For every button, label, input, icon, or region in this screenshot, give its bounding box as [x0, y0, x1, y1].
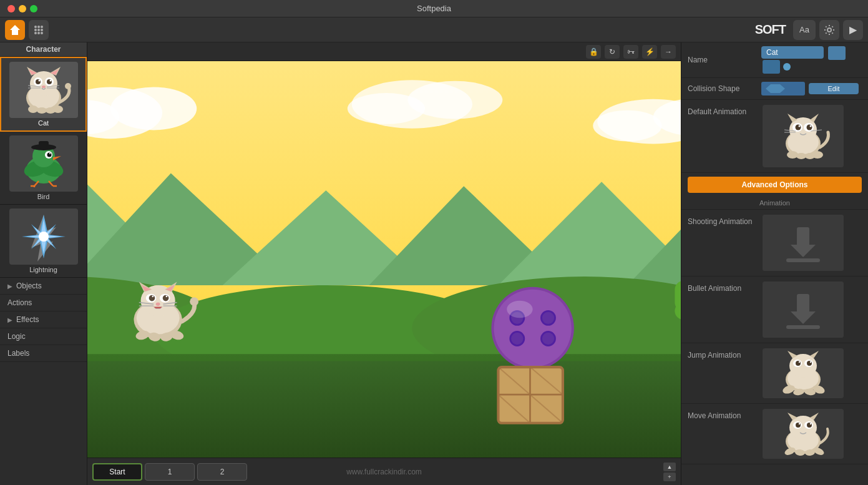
- left-sidebar: Character: [0, 42, 87, 485]
- window-controls: [7, 5, 37, 12]
- advanced-options-button[interactable]: Advanced Options: [688, 177, 862, 193]
- cat-thumbnail: [9, 62, 78, 118]
- svg-point-33: [65, 83, 71, 89]
- character-item-bird[interactable]: Bird: [0, 132, 87, 205]
- move-anim-cat: [763, 409, 844, 459]
- svg-point-87: [152, 295, 154, 297]
- svg-point-22: [38, 80, 40, 82]
- tab-2-label: 2: [220, 468, 225, 476]
- toolbar-right: SOFT Aa ▶: [755, 20, 863, 40]
- move-anim-thumb: [763, 409, 844, 459]
- svg-point-7: [34, 32, 37, 34]
- svg-point-1: [34, 26, 37, 28]
- sidebar-item-effects[interactable]: ▶ Effects: [0, 311, 87, 328]
- collision-label: Collision Shape: [688, 84, 756, 93]
- close-button[interactable]: [7, 5, 15, 12]
- lock-tool[interactable]: 🔒: [586, 45, 601, 59]
- tab-start[interactable]: Start: [92, 463, 142, 481]
- color-indicator-1: [828, 46, 846, 60]
- svg-point-148: [787, 151, 798, 159]
- maximize-button[interactable]: [30, 5, 37, 12]
- scroll-up-btn[interactable]: ▲: [663, 463, 676, 471]
- bird-thumbnail: [9, 135, 78, 192]
- bolt-tool[interactable]: ⚡: [642, 45, 657, 59]
- sidebar-item-objects[interactable]: ▶ Objects: [0, 278, 87, 295]
- svg-rect-39: [39, 141, 49, 149]
- grid-button[interactable]: [29, 20, 49, 40]
- color-indicator-2: [763, 60, 780, 74]
- tab-1[interactable]: 1: [145, 463, 195, 481]
- move-anim-row: Move Animation: [681, 404, 868, 464]
- collision-shape-preview: [761, 82, 805, 96]
- default-anim-thumb: [763, 105, 844, 167]
- bird-label: Bird: [37, 193, 50, 200]
- softpedia-logo: SOFT: [755, 22, 786, 37]
- rotate-tool[interactable]: ↻: [605, 45, 620, 59]
- svg-point-102: [541, 311, 555, 325]
- svg-marker-0: [10, 25, 20, 35]
- game-canvas[interactable]: [87, 61, 681, 458]
- minimize-button[interactable]: [19, 5, 26, 12]
- gear-icon: [824, 24, 835, 36]
- svg-rect-74: [87, 354, 681, 458]
- svg-point-32: [53, 105, 63, 113]
- name-value-container: [761, 46, 862, 74]
- game-scene-svg: [87, 61, 681, 458]
- sidebar-item-actions[interactable]: Actions: [0, 295, 87, 311]
- svg-point-184: [799, 423, 800, 424]
- default-anim-label: Default Animation: [688, 105, 756, 116]
- arrow-tool[interactable]: →: [661, 45, 676, 59]
- right-panel: Name Collision Shape Edit: [681, 42, 868, 485]
- lightning-sprite-thumb: [12, 212, 75, 262]
- bullet-anim-placeholder: [763, 282, 844, 338]
- svg-point-143: [799, 125, 801, 127]
- bird-sprite-thumb: [12, 139, 75, 189]
- svg-point-5: [37, 29, 40, 31]
- lightning-label: Lightning: [29, 266, 57, 273]
- sidebar-item-logic[interactable]: Logic: [0, 328, 87, 345]
- font-button[interactable]: Aa: [793, 20, 816, 40]
- character-item-lightning[interactable]: Lightning: [0, 205, 87, 278]
- play-button[interactable]: ▶: [843, 20, 863, 40]
- labels-label: Labels: [7, 349, 29, 358]
- svg-point-41: [47, 153, 51, 157]
- main-layout: Character: [0, 42, 868, 485]
- home-button[interactable]: [5, 20, 25, 40]
- svg-point-185: [810, 423, 811, 424]
- svg-point-105: [507, 301, 532, 318]
- sidebar-item-labels[interactable]: Labels: [0, 345, 87, 362]
- svg-point-149: [796, 153, 806, 159]
- collision-edit-button[interactable]: Edit: [809, 83, 859, 94]
- title-bar: Softpedia: [0, 0, 868, 17]
- sidebar-menu: ▶ Objects Actions ▶ Effects Logic Labels: [0, 278, 87, 485]
- scroll-down-btn[interactable]: +: [663, 473, 676, 481]
- character-item-cat[interactable]: Cat: [0, 57, 87, 132]
- bullet-anim-label: Bullet Animation: [688, 282, 756, 293]
- shooting-anim-placeholder: [763, 215, 844, 271]
- svg-point-62: [593, 110, 661, 142]
- objects-arrow: ▶: [7, 283, 12, 290]
- svg-point-59: [348, 93, 425, 124]
- toolbar: SOFT Aa ▶: [0, 17, 868, 42]
- bullet-anim-row: Bullet Animation: [681, 277, 868, 343]
- svg-point-4: [34, 29, 37, 31]
- svg-point-13: [30, 71, 57, 96]
- key-tool[interactable]: 🗝: [623, 45, 638, 59]
- tab-1-label: 1: [168, 468, 172, 476]
- svg-point-170: [810, 361, 811, 363]
- svg-point-23: [49, 80, 51, 82]
- svg-point-2: [37, 26, 40, 28]
- color-indicator-dot: [783, 63, 791, 71]
- jump-anim-thumb: [763, 348, 844, 398]
- svg-point-30: [37, 107, 47, 114]
- name-input[interactable]: [761, 46, 824, 59]
- settings-button[interactable]: [819, 20, 839, 40]
- svg-point-10: [827, 28, 831, 32]
- tab-2[interactable]: 2: [197, 463, 247, 481]
- actions-label: Actions: [7, 298, 32, 307]
- svg-point-144: [810, 125, 812, 127]
- objects-label: Objects: [16, 282, 42, 290]
- svg-point-6: [41, 29, 43, 31]
- default-anim-row: Default Animation: [681, 100, 868, 173]
- svg-point-89: [156, 303, 160, 306]
